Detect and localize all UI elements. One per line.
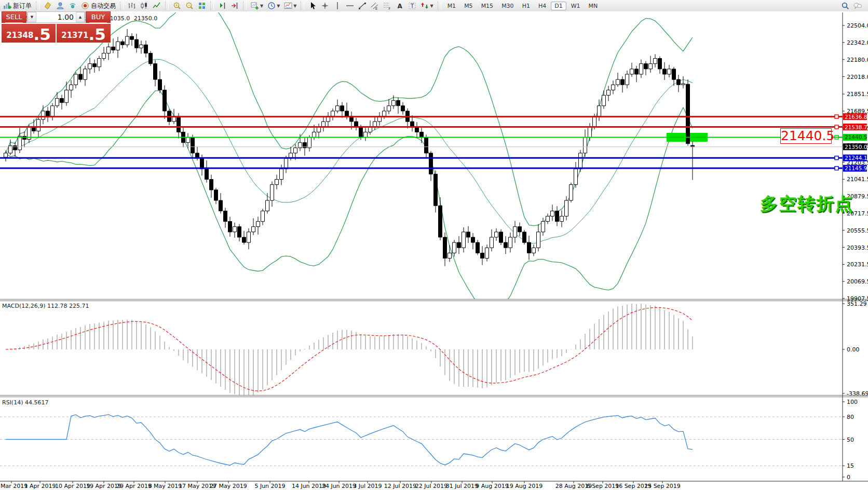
cursor-icon-button[interactable]: [306, 0, 319, 11]
chevron-down-icon[interactable]: ▼: [293, 4, 296, 8]
price-label-chip: 21145.9: [843, 165, 867, 172]
timeframe-h4-button[interactable]: H4: [535, 2, 550, 10]
svg-text:351.29: 351.29: [847, 301, 867, 307]
svg-text:3 Jul 2019: 3 Jul 2019: [353, 483, 382, 489]
chevron-down-icon[interactable]: ▼: [430, 4, 433, 8]
sell-button[interactable]: SELL: [2, 11, 26, 23]
autotrading-icon-label: 自动交易: [91, 2, 116, 10]
channel-icon: E: [371, 2, 379, 10]
buy-button[interactable]: BUY: [86, 11, 111, 23]
timeframe-h1-button[interactable]: H1: [519, 2, 534, 10]
crosshair-icon: [321, 2, 329, 10]
tile-windows-icon-button[interactable]: [196, 0, 208, 11]
svg-text:22504.0: 22504.0: [847, 22, 868, 29]
signals-icon-button[interactable]: [66, 0, 79, 11]
metaeditor-icon-button[interactable]: [42, 0, 54, 11]
auto-scroll-icon-button[interactable]: [216, 0, 228, 11]
line-chart-icon-button[interactable]: [151, 0, 163, 11]
chart-surface[interactable]: 22504.022342.022180.022018.021851.521689…: [0, 11, 868, 490]
time-axis: 2 Mar 20191 Apr 201910 Apr 201919 Apr 20…: [0, 481, 681, 489]
timeframe-m15-button[interactable]: M15: [478, 2, 497, 10]
buy-price[interactable]: 21371.5: [57, 24, 111, 43]
candlestick-icon-button[interactable]: [138, 0, 151, 11]
chart-shift-icon: [230, 2, 239, 10]
timeframe-m30-button[interactable]: M30: [498, 2, 518, 10]
chart-window[interactable]: 22504.022342.022180.022018.021851.521689…: [0, 11, 868, 490]
price-label-chip: 21440.5: [843, 134, 867, 141]
channel-icon-button[interactable]: E: [369, 0, 381, 11]
new-order-icon: [3, 2, 11, 10]
svg-text:24 Jun 2019: 24 Jun 2019: [322, 483, 356, 489]
svg-text:0: 0: [847, 474, 850, 481]
timeframe-m5-button[interactable]: M5: [460, 2, 477, 10]
label-icon-button[interactable]: T: [406, 0, 418, 11]
svg-text:F: F: [389, 7, 391, 10]
volume-increase-button[interactable]: ▲: [76, 12, 85, 22]
top-toolbar: 新订单自动交易▼▼▼EFAT▼M1M5M15M30H1H4D1W1MN: [0, 0, 868, 12]
toolbar-separator: [438, 2, 441, 10]
toolbar-separator: [243, 2, 247, 10]
line-handle[interactable]: [835, 115, 838, 118]
svg-text:5 Jun 2019: 5 Jun 2019: [254, 483, 285, 489]
fibonacci-icon-button[interactable]: F: [381, 0, 394, 11]
volume-decrease-button[interactable]: ▼: [28, 12, 36, 22]
ohlc-bars-icon: [128, 2, 136, 10]
one-click-trading-panel: SELL ▼ 1.00 ▲ BUY 21348.5 21371.5: [2, 11, 111, 43]
new-order-icon-button[interactable]: 新订单: [1, 0, 34, 11]
svg-text:0.00: 0.00: [847, 346, 860, 353]
horizontal-line-icon: [346, 2, 354, 10]
svg-text:50: 50: [847, 437, 854, 443]
period-icon: [267, 2, 276, 10]
signals-icon: [69, 2, 77, 10]
timeframe-d1-button[interactable]: D1: [551, 2, 566, 10]
cursor-icon: [308, 2, 317, 10]
profiles-icon-button[interactable]: ▼: [282, 0, 299, 11]
volume-input[interactable]: 1.00: [36, 12, 76, 22]
turning-point-annotation[interactable]: 多空转折点: [760, 192, 853, 216]
price-label-chip: 21244.1: [843, 155, 867, 161]
search-icon-button[interactable]: [839, 0, 851, 11]
chat-icon-button[interactable]: [851, 0, 864, 11]
chart-shift-icon-button[interactable]: [228, 0, 241, 11]
tile-windows-icon: [198, 2, 206, 10]
chevron-down-icon[interactable]: ▼: [277, 4, 280, 8]
line-handle[interactable]: [835, 167, 838, 170]
svg-text:14 Jun 2019: 14 Jun 2019: [292, 483, 326, 489]
toolbar-separator: [301, 2, 304, 10]
zoom-in-icon-button[interactable]: [171, 0, 183, 11]
svg-text:22 Jul 2019: 22 Jul 2019: [415, 483, 447, 489]
line-handle[interactable]: [835, 125, 838, 129]
price-callout-box[interactable]: 21440.5: [780, 128, 832, 144]
zoom-out-icon: [185, 2, 194, 10]
svg-text:20393.5: 20393.5: [847, 244, 868, 251]
autotrading-icon: [81, 2, 89, 10]
toolbar-separator: [165, 2, 169, 10]
svg-text:21041.5: 21041.5: [847, 176, 868, 183]
text-icon: A: [396, 2, 404, 10]
horizontal-line-icon-button[interactable]: [344, 0, 356, 11]
timeframe-w1-button[interactable]: W1: [567, 2, 584, 10]
crosshair-icon-button[interactable]: [319, 0, 331, 11]
timeframe-m1-button[interactable]: M1: [444, 2, 460, 10]
period-icon-button[interactable]: ▼: [265, 0, 282, 11]
ohlc-bars-icon-button[interactable]: [126, 0, 138, 11]
trendline-icon-button[interactable]: [356, 0, 369, 11]
line-handle[interactable]: [835, 156, 838, 160]
sell-price[interactable]: 21348.5: [2, 24, 56, 43]
vertical-line-icon-button[interactable]: [331, 0, 344, 11]
svg-text:80: 80: [847, 414, 854, 420]
autotrading-icon-button[interactable]: 自动交易: [79, 0, 118, 11]
svg-text:8 May 2019: 8 May 2019: [148, 483, 182, 489]
auto-scroll-icon: [218, 2, 226, 10]
chevron-down-icon[interactable]: ▼: [260, 4, 263, 8]
new-chart-icon-button[interactable]: ▼: [249, 0, 265, 11]
zoom-out-icon-button[interactable]: [183, 0, 196, 11]
timeframe-mn-button[interactable]: MN: [585, 2, 602, 10]
community-icon-button[interactable]: [54, 0, 66, 11]
svg-text:9 Aug 2019: 9 Aug 2019: [476, 483, 508, 489]
svg-text:2 Mar 2019: 2 Mar 2019: [0, 483, 28, 489]
text-icon-button[interactable]: A: [394, 0, 406, 11]
trendline-icon: [358, 2, 367, 10]
svg-text:10 Apr 2019: 10 Apr 2019: [55, 483, 90, 489]
arrows-icon-button[interactable]: ▼: [418, 0, 435, 11]
